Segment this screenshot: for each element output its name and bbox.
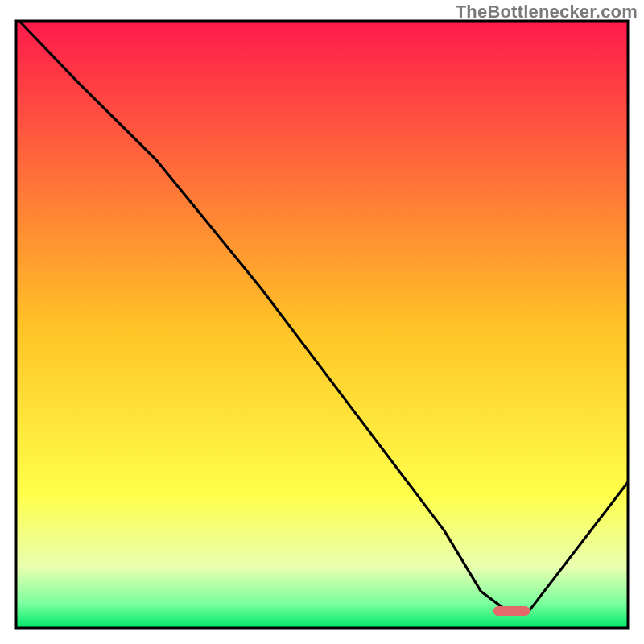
optimal-range-marker — [493, 606, 530, 616]
plot-area — [16, 21, 628, 628]
chart-svg — [0, 0, 644, 644]
chart-container: { "attribution": "TheBottlenecker.com", … — [0, 0, 644, 644]
attribution-label: TheBottlenecker.com — [456, 2, 638, 23]
